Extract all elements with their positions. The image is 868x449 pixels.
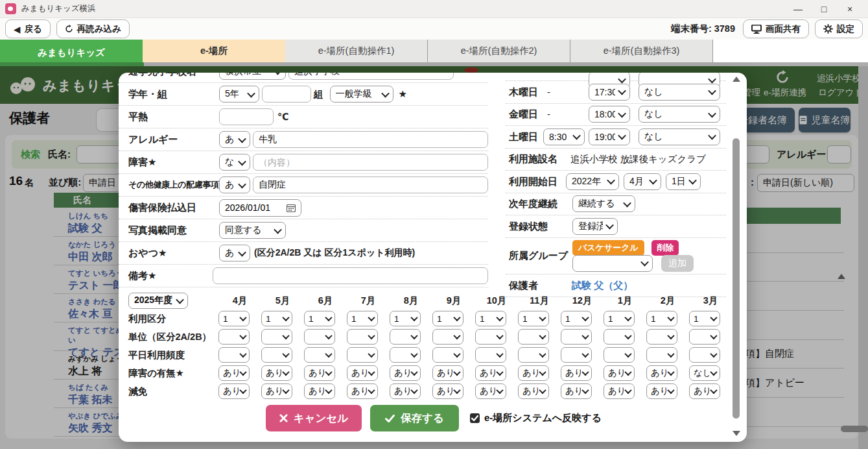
reflect-checkbox[interactable] bbox=[470, 413, 480, 423]
usage-category-select[interactable]: 1 bbox=[432, 311, 463, 326]
weekday-frequency-select[interactable] bbox=[347, 347, 378, 363]
weekday-frequency-select[interactable] bbox=[261, 347, 292, 363]
allergy-detail-input[interactable] bbox=[253, 131, 488, 148]
disability-month-select[interactable]: なし bbox=[689, 365, 720, 381]
group-delete-button[interactable]: 削除 bbox=[651, 240, 679, 256]
usage-category-select[interactable]: 1 bbox=[646, 311, 677, 326]
modal-scroll-up-icon[interactable] bbox=[733, 77, 740, 82]
tab-e-basho-auto3[interactable]: e-場所(自動操作3) bbox=[570, 40, 713, 62]
next-year-select[interactable]: 継続する bbox=[572, 195, 635, 212]
memo-input[interactable] bbox=[213, 267, 488, 284]
disability-month-select[interactable]: あり bbox=[561, 365, 592, 381]
usage-category-select[interactable]: 1 bbox=[689, 311, 720, 326]
school-city-select[interactable]: 横浜市立 bbox=[219, 73, 286, 80]
group-select[interactable] bbox=[572, 255, 653, 272]
temperature-input[interactable] bbox=[219, 108, 274, 125]
disability-month-select[interactable]: あり bbox=[604, 365, 635, 381]
usage-category-select[interactable]: 1 bbox=[561, 311, 592, 326]
exemption-select[interactable]: あり bbox=[432, 383, 463, 399]
disability-month-select[interactable]: あり bbox=[390, 365, 421, 381]
weekday-frequency-select[interactable] bbox=[218, 347, 250, 363]
sat-option-select[interactable]: なし bbox=[639, 128, 720, 145]
tab-e-basho-auto2[interactable]: e-場所(自動操作2) bbox=[428, 40, 570, 62]
disability-flag-select[interactable]: なし bbox=[219, 154, 250, 171]
usage-category-select[interactable]: 1 bbox=[347, 311, 378, 326]
maximize-button[interactable]: □ bbox=[812, 1, 836, 17]
unit-select[interactable] bbox=[432, 329, 463, 345]
disability-month-select[interactable]: あり bbox=[218, 365, 250, 381]
disability-month-select[interactable]: あり bbox=[304, 365, 335, 381]
unit-select[interactable] bbox=[646, 329, 677, 345]
weekday-frequency-select[interactable] bbox=[646, 347, 677, 363]
thu-end-time-select[interactable]: 17:30 bbox=[589, 84, 630, 101]
disability-month-select[interactable]: あり bbox=[518, 365, 549, 381]
exemption-select[interactable]: あり bbox=[261, 383, 292, 399]
weekday-frequency-select[interactable] bbox=[604, 347, 635, 363]
unit-select[interactable] bbox=[561, 329, 592, 345]
usage-category-select[interactable]: 1 bbox=[390, 311, 421, 326]
exemption-select[interactable]: あり bbox=[518, 383, 549, 399]
snack-flag-select[interactable]: あり bbox=[219, 245, 250, 261]
fri-option-select[interactable]: なし bbox=[639, 106, 720, 123]
exemption-select[interactable]: あり bbox=[561, 383, 592, 399]
usage-category-select[interactable]: 1 bbox=[218, 311, 250, 326]
unit-select[interactable] bbox=[261, 329, 292, 345]
weekday-frequency-select[interactable] bbox=[475, 347, 506, 363]
exemption-select[interactable]: あり bbox=[475, 383, 506, 399]
disability-month-select[interactable]: あり bbox=[475, 365, 506, 381]
weekday-frequency-select[interactable] bbox=[432, 347, 463, 363]
school-name-input[interactable] bbox=[288, 73, 454, 80]
exemption-select[interactable]: あり bbox=[218, 383, 250, 399]
weekday-frequency-select[interactable] bbox=[390, 347, 421, 363]
fri-end-time-select[interactable]: 18:00 bbox=[589, 106, 630, 123]
usage-category-select[interactable]: 1 bbox=[261, 311, 292, 326]
health-detail-input[interactable] bbox=[253, 176, 488, 193]
disability-month-select[interactable]: あり bbox=[347, 365, 378, 381]
save-button[interactable]: 保存する bbox=[370, 405, 459, 431]
weekday-frequency-select[interactable] bbox=[561, 347, 592, 363]
usage-category-select[interactable]: 1 bbox=[475, 311, 506, 326]
reload-button[interactable]: 再読み込み bbox=[56, 19, 130, 38]
disability-month-select[interactable]: あり bbox=[646, 365, 677, 381]
disability-month-select[interactable]: あり bbox=[432, 365, 463, 381]
usage-category-select[interactable]: 1 bbox=[518, 311, 549, 326]
registration-status-select[interactable]: 登録済 bbox=[572, 218, 618, 235]
exemption-select[interactable]: あり bbox=[689, 383, 720, 399]
weekday-frequency-select[interactable] bbox=[518, 347, 549, 363]
tab-e-basho-auto1[interactable]: e-場所(自動操作1) bbox=[285, 40, 428, 62]
group-add-button[interactable]: 追加 bbox=[661, 255, 694, 272]
allergy-flag-select[interactable]: あり bbox=[219, 131, 250, 148]
exemption-select[interactable]: あり bbox=[646, 383, 677, 399]
fiscal-year-select[interactable]: 2025年度 bbox=[128, 293, 188, 309]
back-button[interactable]: ◀ 戻る bbox=[5, 19, 51, 38]
disability-month-select[interactable]: あり bbox=[261, 365, 292, 381]
exemption-select[interactable]: あり bbox=[304, 383, 335, 399]
cancel-button[interactable]: キャンセル bbox=[266, 405, 362, 431]
guardian-link[interactable]: 試験 父（父） bbox=[572, 279, 633, 291]
unit-select[interactable] bbox=[347, 329, 378, 345]
weekday-frequency-select[interactable] bbox=[689, 347, 720, 363]
sat-end-time-select[interactable]: 19:00 bbox=[589, 128, 630, 145]
close-button[interactable]: × bbox=[838, 1, 862, 17]
health-flag-select[interactable]: あり bbox=[219, 176, 250, 193]
unit-select[interactable] bbox=[689, 329, 720, 345]
exemption-select[interactable]: あり bbox=[604, 383, 635, 399]
class-type-select[interactable]: 一般学級 bbox=[330, 86, 393, 103]
thu-option-select[interactable]: なし bbox=[639, 84, 720, 101]
sat-start-time-select[interactable]: 8:30 bbox=[543, 128, 585, 145]
start-year-select[interactable]: 2022年 bbox=[566, 173, 619, 190]
unit-select[interactable] bbox=[475, 329, 506, 345]
unit-select[interactable] bbox=[218, 329, 250, 345]
exemption-select[interactable]: あり bbox=[347, 383, 378, 399]
class-input[interactable] bbox=[262, 86, 311, 103]
start-day-select[interactable]: 1日 bbox=[666, 173, 701, 190]
settings-button[interactable]: 設定 bbox=[815, 19, 863, 38]
unit-select[interactable] bbox=[604, 329, 635, 345]
screen-share-button[interactable]: 画面共有 bbox=[743, 19, 809, 38]
tab-mimamori-kids[interactable]: みまもりキッズ bbox=[0, 40, 143, 66]
unit-select[interactable] bbox=[518, 329, 549, 345]
weekday-frequency-select[interactable] bbox=[304, 347, 335, 363]
modal-scrollbar-thumb[interactable] bbox=[733, 138, 740, 419]
tab-e-basho[interactable]: e-場所 bbox=[143, 40, 285, 62]
photo-consent-select[interactable]: 同意する bbox=[219, 222, 286, 239]
